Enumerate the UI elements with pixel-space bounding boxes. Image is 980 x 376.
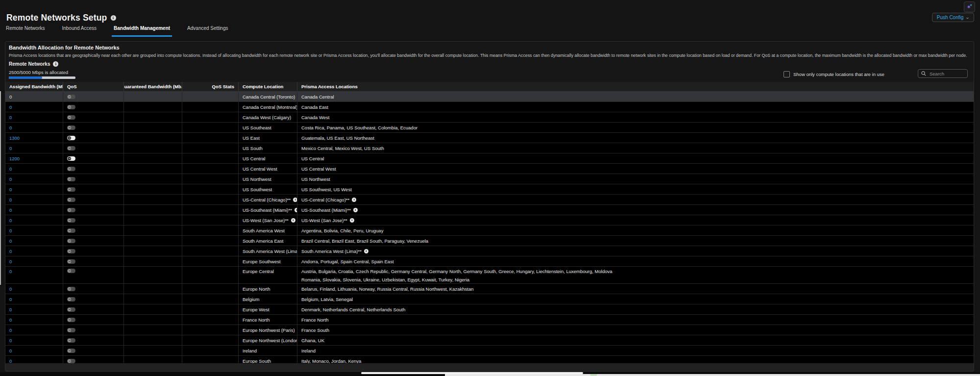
qos-toggle[interactable] <box>67 328 75 332</box>
tab-bandwidth-management[interactable]: Bandwidth Management <box>112 25 172 37</box>
tab-advanced-settings[interactable]: Advanced Settings <box>185 25 230 37</box>
info-icon[interactable]: i <box>53 61 58 67</box>
assigned-bandwidth-link[interactable]: 0 <box>9 269 12 274</box>
assigned-bandwidth-link[interactable]: 0 <box>9 249 12 254</box>
table-row[interactable]: 0 US-West (San Jose)** i US-West (San Jo… <box>5 215 974 226</box>
assigned-bandwidth-link[interactable]: 0 <box>9 297 12 302</box>
qos-toggle[interactable] <box>67 297 75 301</box>
checkbox-icon[interactable] <box>784 71 790 77</box>
qos-toggle[interactable] <box>67 338 75 343</box>
assigned-bandwidth-link[interactable]: 0 <box>9 187 12 192</box>
qos-toggle[interactable] <box>67 105 75 109</box>
assigned-bandwidth-link[interactable]: 0 <box>9 358 12 364</box>
assigned-bandwidth-link[interactable]: 0 <box>9 197 12 202</box>
qos-toggle[interactable] <box>67 95 75 99</box>
table-row[interactable]: 0 Belgium i Belgium, Latvia, Senegal i <box>5 294 974 304</box>
assigned-bandwidth-link[interactable]: 0 <box>9 338 12 343</box>
qos-toggle[interactable] <box>67 259 75 264</box>
qos-toggle[interactable] <box>67 249 75 253</box>
info-icon[interactable]: i <box>111 15 116 21</box>
table-row[interactable]: 0 Canada Central (Toronto) i Canada Cent… <box>5 92 974 102</box>
assigned-bandwidth-link[interactable]: 0 <box>9 146 12 151</box>
qos-toggle[interactable] <box>67 177 75 181</box>
qos-toggle[interactable] <box>67 208 75 212</box>
table-row[interactable]: 0 South America East i Brazil Central, B… <box>5 236 974 246</box>
qos-toggle[interactable] <box>67 115 75 120</box>
table-row[interactable]: 0 South America West i Argentina, Bolivi… <box>5 226 974 236</box>
table-row[interactable]: 0 Europe Northwest (Paris) i France Sout… <box>5 325 974 335</box>
qos-toggle[interactable] <box>67 269 75 273</box>
qos-toggle[interactable] <box>67 218 75 223</box>
table-row[interactable]: 0 Europe Southwest i Andorra, Portugal, … <box>5 256 974 267</box>
table-row[interactable]: 0 Europe South i Italy, Monaco, Jordan, … <box>5 356 974 363</box>
assigned-bandwidth-link[interactable]: 0 <box>9 348 12 353</box>
table-row[interactable]: 0 Europe West i Denmark, Netherlands Cen… <box>5 304 974 315</box>
show-only-in-use-checkbox[interactable]: Show only compute locations that are in … <box>784 71 884 77</box>
table-row[interactable]: 0 US Northwest i US Northwest i <box>5 174 974 184</box>
column-header-prisma-access-locations[interactable]: Prisma Access Locations <box>297 82 974 91</box>
push-config-button[interactable]: Push Config ⌄ <box>932 13 974 22</box>
assigned-bandwidth-link[interactable]: 0 <box>9 166 12 172</box>
assigned-bandwidth-link[interactable]: 0 <box>9 104 12 110</box>
table-row[interactable]: 0 Europe Northwest (London) i Ghana, UK … <box>5 335 974 346</box>
qos-toggle[interactable] <box>67 136 75 140</box>
table-row[interactable]: 0 US Southwest i US Southwest, US West i <box>5 184 974 195</box>
table-row[interactable]: 0 US Southeast i Costa Rica, Panama, US … <box>5 123 974 133</box>
assigned-bandwidth-link[interactable]: 0 <box>9 228 12 233</box>
assigned-bandwidth-link[interactable]: 0 <box>9 94 12 100</box>
table-row[interactable]: 0 US-Southeast (Miami)** i US-Southeast … <box>5 205 974 215</box>
table-row[interactable]: 0 South America West (Lima)** i South Am… <box>5 246 974 256</box>
table-row[interactable]: 0 US Central West i US Central West i <box>5 164 974 174</box>
assigned-bandwidth-link[interactable]: 0 <box>9 218 12 223</box>
table-row[interactable]: 0 Canada Central (Montreal) i Canada Eas… <box>5 102 974 112</box>
table-row[interactable]: 1200 US Central i US Central i <box>5 153 974 164</box>
table-row[interactable]: 0 Canada West (Calgary) i Canada West i <box>5 112 974 123</box>
info-icon[interactable]: i <box>364 249 368 253</box>
copilot-sparkles-button[interactable]: ✶✶ <box>964 1 975 12</box>
column-header-assigned-bandwidth[interactable]: Assigned Bandwidth (Mbps) <box>5 82 63 91</box>
assigned-bandwidth-link[interactable]: 1300 <box>9 135 20 141</box>
table-row[interactable]: 0 Europe Central i Austria, Bulgaria, Cr… <box>5 267 974 284</box>
assigned-bandwidth-link[interactable]: 0 <box>9 207 12 213</box>
table-row[interactable]: 0 Ireland i Ireland i <box>5 346 974 356</box>
table-row[interactable]: 0 US South i Mexico Central, Mexico West… <box>5 143 974 153</box>
qos-toggle[interactable] <box>67 318 75 322</box>
assigned-bandwidth-link[interactable]: 0 <box>9 327 12 333</box>
qos-toggle[interactable] <box>67 239 75 243</box>
qos-toggle[interactable] <box>67 228 75 233</box>
qos-toggle[interactable] <box>67 287 75 291</box>
assigned-bandwidth-link[interactable]: 1200 <box>9 156 20 161</box>
tab-inbound-access[interactable]: Inbound Access <box>60 25 98 37</box>
assigned-bandwidth-link[interactable]: 0 <box>9 115 12 120</box>
table-row[interactable]: 0 Europe North i Belarus, Finland, Lithu… <box>5 284 974 294</box>
info-icon[interactable]: i <box>291 218 295 223</box>
table-row[interactable]: 1300 US East i Guatemala, US East, US No… <box>5 133 974 143</box>
info-icon[interactable]: i <box>293 198 297 202</box>
column-header-qos[interactable]: QoS <box>63 82 124 91</box>
qos-toggle[interactable] <box>67 146 75 150</box>
assigned-bandwidth-link[interactable]: 0 <box>9 307 12 312</box>
qos-toggle[interactable] <box>67 359 75 363</box>
info-icon[interactable]: i <box>350 218 354 223</box>
qos-toggle[interactable] <box>67 187 75 192</box>
table-row[interactable]: 0 France North i France North i <box>5 315 974 325</box>
qos-toggle[interactable] <box>67 307 75 312</box>
column-header-compute-location[interactable]: Compute Location <box>239 82 297 91</box>
assigned-bandwidth-link[interactable]: 0 <box>9 317 12 323</box>
table-row[interactable]: 0 US-Central (Chicago)** i US-Central (C… <box>5 195 974 205</box>
assigned-bandwidth-link[interactable]: 0 <box>9 238 12 244</box>
column-header-guaranteed-bandwidth[interactable]: Guaranteed Bandwidth (Mb... <box>124 82 182 91</box>
info-icon[interactable]: i <box>353 208 358 212</box>
qos-toggle[interactable] <box>67 125 75 130</box>
qos-toggle[interactable] <box>67 349 75 353</box>
search-input[interactable] <box>929 71 964 77</box>
qos-toggle[interactable] <box>67 198 75 202</box>
assigned-bandwidth-link[interactable]: 0 <box>9 286 12 292</box>
info-icon[interactable]: i <box>352 198 356 202</box>
assigned-bandwidth-link[interactable]: 0 <box>9 125 12 130</box>
search-box[interactable] <box>918 69 968 78</box>
qos-toggle[interactable] <box>67 156 75 161</box>
assigned-bandwidth-link[interactable]: 0 <box>9 259 12 264</box>
assigned-bandwidth-link[interactable]: 0 <box>9 176 12 182</box>
qos-toggle[interactable] <box>67 167 75 171</box>
